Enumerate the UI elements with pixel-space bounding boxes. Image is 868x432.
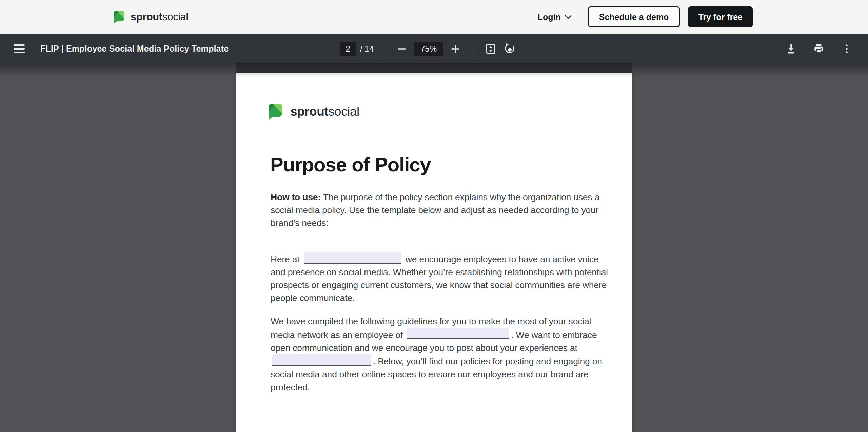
page-gap xyxy=(236,63,632,73)
kebab-menu-icon xyxy=(842,43,852,55)
zoom-in-button[interactable] xyxy=(448,42,462,56)
plus-icon xyxy=(450,44,460,54)
document-logo: sproutsocial xyxy=(267,102,359,121)
paragraph-bold-text: How to use: xyxy=(271,192,321,202)
toolbar-separator xyxy=(384,43,384,55)
download-button[interactable] xyxy=(784,42,798,56)
fit-to-page-icon xyxy=(484,42,497,55)
paragraph-text: Here at xyxy=(271,254,302,264)
toolbar-separator xyxy=(473,43,473,55)
zoom-out-button[interactable] xyxy=(395,42,409,56)
page-number-box xyxy=(340,42,356,56)
rotate-counterclockwise-button[interactable] xyxy=(502,42,517,56)
fit-to-page-button[interactable] xyxy=(484,42,498,56)
brand-wordmark: sproutsocial xyxy=(131,11,188,23)
download-icon xyxy=(785,43,797,55)
document-paragraph: We have compiled the following guideline… xyxy=(271,315,608,394)
sprout-leaf-icon xyxy=(112,9,126,25)
sprout-leaf-icon xyxy=(267,102,284,121)
pdf-page: sproutsocial Purpose of Policy How to us… xyxy=(236,73,632,432)
document-brand-bold: sprout xyxy=(290,105,328,118)
brand-wordmark-light: social xyxy=(162,11,188,23)
document-paragraph: Here at we encourage employees to have a… xyxy=(271,252,608,304)
brand-wordmark-bold: sprout xyxy=(131,11,162,23)
login-label: Login xyxy=(538,12,561,22)
hamburger-menu-icon[interactable] xyxy=(14,44,25,53)
document-heading: Purpose of Policy xyxy=(270,153,431,176)
pdf-viewport[interactable]: sproutsocial Purpose of Policy How to us… xyxy=(0,63,868,432)
document-brand-light: social xyxy=(328,105,359,118)
fill-in-blank-field[interactable] xyxy=(272,354,371,366)
print-icon xyxy=(813,43,825,55)
minus-icon xyxy=(397,44,407,54)
print-button[interactable] xyxy=(812,42,826,56)
sprout-social-logo[interactable]: sproutsocial xyxy=(112,9,188,25)
pdf-center-controls: / 14 75% xyxy=(340,34,517,63)
zoom-level-box[interactable]: 75% xyxy=(414,42,443,56)
page-column: sproutsocial Purpose of Policy How to us… xyxy=(236,63,632,432)
schedule-demo-button[interactable]: Schedule a demo xyxy=(588,6,680,27)
pdf-toolbar: FLIP | Employee Social Media Policy Temp… xyxy=(0,34,868,63)
fill-in-blank-field[interactable] xyxy=(407,328,509,339)
page-total-label: / 14 xyxy=(360,44,374,54)
document-paragraph: How to use: The purpose of the policy se… xyxy=(271,191,608,229)
pdf-document-title: FLIP | Employee Social Media Policy Temp… xyxy=(40,44,229,54)
page-number-input[interactable] xyxy=(340,42,356,56)
rotate-counterclockwise-icon xyxy=(503,42,516,55)
login-menu[interactable]: Login xyxy=(538,12,572,22)
site-header: sproutsocial Login Schedule a demo Try f… xyxy=(0,0,868,34)
pdf-right-controls xyxy=(784,34,854,63)
try-for-free-button[interactable]: Try for free xyxy=(688,6,753,27)
fill-in-blank-field[interactable] xyxy=(304,252,401,264)
document-brand-wordmark: sproutsocial xyxy=(290,105,359,119)
chevron-down-icon xyxy=(565,15,572,19)
more-options-button[interactable] xyxy=(840,42,854,56)
